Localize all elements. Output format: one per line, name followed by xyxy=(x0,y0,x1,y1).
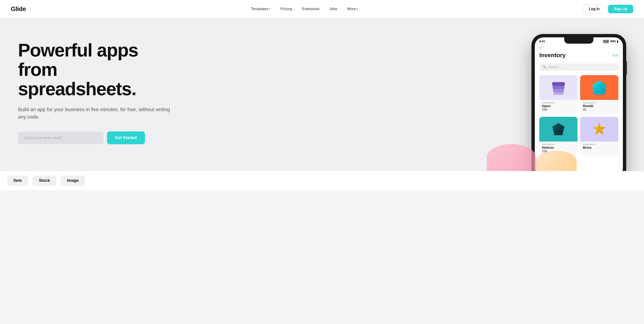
card-category-hobrox: EQUIPMENT xyxy=(542,143,575,145)
phone-app-title: Inventory xyxy=(539,52,566,59)
card-name-rombi: Rombi xyxy=(583,104,616,108)
phone-screen: 9:41 ▌▌▌ WiFi ▮ ≡ Inventory Edit xyxy=(535,37,623,171)
phone-search-bar[interactable]: 🔍 Search... xyxy=(539,63,618,71)
gem-shape-icon xyxy=(592,80,606,95)
chevron-down-icon: ▾ xyxy=(269,8,270,10)
nav-item-jobs[interactable]: Jobs xyxy=(325,5,342,13)
nav-label-pricing: Pricing xyxy=(280,7,292,11)
hero-section: Powerful apps from spreadsheets. Build a… xyxy=(0,18,644,171)
phone-inventory-card-rombi[interactable]: EQUIPMENT Rombi 92 xyxy=(580,75,618,114)
nav-label-more: More xyxy=(348,7,356,11)
card-name-hobrox: Hobrox xyxy=(542,145,575,149)
card-name-brixo: Brixo xyxy=(583,145,616,149)
card-image-opus xyxy=(539,75,578,100)
phone-time: 9:41 xyxy=(539,40,545,43)
star-shape-icon xyxy=(592,122,606,136)
card-name-opus: Opus xyxy=(542,104,575,108)
nav-label-jobs: Jobs xyxy=(330,7,338,11)
card-category-brixo: EQUIPMENT xyxy=(583,143,616,145)
search-icon: 🔍 xyxy=(542,65,546,69)
table-preview-section: Item Stock Image xyxy=(0,171,644,190)
hero-form: Get Started xyxy=(18,131,175,144)
phone-mockup: 9:41 ▌▌▌ WiFi ▮ ≡ Inventory Edit xyxy=(532,34,626,171)
nav-actions: Log In Sign Up xyxy=(583,5,633,14)
nav-links: Templates ▾ Pricing Enterprise Jobs More… xyxy=(247,5,362,13)
battery-icon: ▮ xyxy=(617,40,618,43)
get-started-button[interactable]: Get Started xyxy=(107,131,145,144)
hero-title: Powerful apps from spreadsheets. xyxy=(18,41,175,99)
svg-rect-0 xyxy=(554,92,564,95)
email-input[interactable] xyxy=(18,132,103,144)
chevron-down-icon-more: ▾ xyxy=(357,8,358,10)
phone-search-placeholder: Search... xyxy=(548,65,561,69)
phone-notch xyxy=(564,37,594,44)
nav-item-templates[interactable]: Templates ▾ xyxy=(247,5,274,13)
hero-content: Powerful apps from spreadsheets. Build a… xyxy=(18,36,175,144)
signup-button[interactable]: Sign Up xyxy=(608,5,633,13)
phone-inventory-grid: EQUIPMENT Opus 290 EQUIPMENT Rombi xyxy=(535,73,623,158)
table-col-item: Item xyxy=(7,176,28,186)
login-button[interactable]: Log In xyxy=(583,5,605,14)
nav-label-enterprise: Enterprise xyxy=(302,7,319,11)
table-col-stock: Stock xyxy=(32,176,56,186)
decorative-blob-pink xyxy=(487,144,536,171)
phone-inventory-card-brixo[interactable]: EQUIPMENT Brixo xyxy=(580,117,618,156)
nav-item-more[interactable]: More ▾ xyxy=(343,5,362,13)
navbar: Glide Templates ▾ Pricing Enterprise Job… xyxy=(0,0,644,18)
card-image-rombi xyxy=(580,75,618,100)
card-image-brixo xyxy=(580,117,618,141)
svg-rect-1 xyxy=(553,88,564,92)
phone-inventory-card-hobrox[interactable]: EQUIPMENT Hobrox 256 xyxy=(539,117,578,156)
phone-outer-shell: 9:41 ▌▌▌ WiFi ▮ ≡ Inventory Edit xyxy=(532,34,626,171)
hamburger-icon: ≡ xyxy=(539,46,618,50)
phone-app-title-row: Inventory Edit xyxy=(539,52,618,59)
brand-logo[interactable]: Glide xyxy=(11,6,26,13)
dark-gem-shape-icon xyxy=(552,122,565,136)
card-category-rombi: EQUIPMENT xyxy=(583,102,616,104)
nav-item-pricing[interactable]: Pricing xyxy=(276,5,296,13)
card-stock-opus: 290 xyxy=(542,108,575,111)
decorative-blob-peach xyxy=(536,151,576,171)
svg-rect-2 xyxy=(552,85,564,89)
svg-rect-3 xyxy=(552,82,565,86)
phone-status-icons: ▌▌▌ WiFi ▮ xyxy=(604,40,618,43)
table-col-image: Image xyxy=(61,176,85,186)
signal-icon: ▌▌▌ xyxy=(604,40,610,43)
phone-side-button xyxy=(626,61,627,75)
phone-edit-button[interactable]: Edit xyxy=(612,53,618,57)
card-info-opus: EQUIPMENT Opus 290 xyxy=(539,100,578,114)
hero-subtitle: Build an app for your business in five m… xyxy=(18,106,175,121)
card-image-hobrox xyxy=(539,117,578,141)
wifi-icon: WiFi xyxy=(610,40,616,43)
card-info-rombi: EQUIPMENT Rombi 92 xyxy=(580,100,618,114)
nav-item-enterprise[interactable]: Enterprise xyxy=(298,5,323,13)
card-info-brixo: EQUIPMENT Brixo xyxy=(580,141,618,152)
card-stock-rombi: 92 xyxy=(583,108,616,111)
card-category-opus: EQUIPMENT xyxy=(542,102,575,104)
phone-inventory-card[interactable]: EQUIPMENT Opus 290 xyxy=(539,75,578,114)
phone-app-header: ≡ Inventory Edit xyxy=(535,44,623,61)
nav-label-templates: Templates xyxy=(251,7,268,11)
